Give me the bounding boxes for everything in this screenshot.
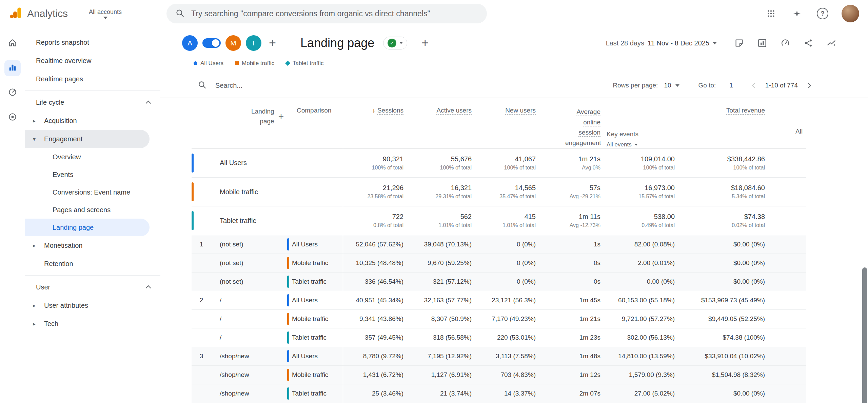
table-rows: 1 (not set) All Users 52,046 (57.62%) 39… (192, 235, 806, 403)
nav-realtime-pages[interactable]: Realtime pages (25, 70, 160, 88)
table-row[interactable]: (not set) Mobile traffic 10,325 (48.48%)… (192, 254, 806, 273)
chevron-down-icon (399, 42, 403, 44)
nav-section-user[interactable]: User (25, 278, 160, 296)
summary-comparison-cell (285, 148, 343, 177)
table-row[interactable]: 2 / All Users 40,951 (45.34%) 32,163 (57… (192, 291, 806, 310)
segment-color-bar (192, 182, 194, 201)
previous-page-button[interactable] (752, 83, 757, 88)
table-row[interactable]: / Mobile traffic 9,341 (43.86%) 8,307 (5… (192, 310, 806, 328)
nav-acquisition[interactable]: ▸ Acquisition (25, 112, 160, 130)
engagement-cell: 0s (542, 273, 607, 291)
nav-engagement-pages-screens[interactable]: Pages and screens (25, 201, 150, 219)
nav-engagement-landing-page[interactable]: Landing page (25, 219, 150, 236)
table-row[interactable]: /shop/new Mobile traffic 1,431 (6.72%) 1… (192, 366, 806, 384)
rail-explore-button[interactable] (4, 85, 21, 101)
global-search[interactable] (166, 4, 487, 23)
sessions-cell: 336 (46.54%) (343, 273, 410, 291)
comparison-toggle[interactable] (202, 38, 221, 48)
segment-label: All Users (220, 159, 247, 167)
account-switcher[interactable]: All accounts (89, 8, 122, 19)
nav-monetisation[interactable]: ▸ Monetisation (25, 236, 160, 255)
column-header-active-users[interactable]: Active users (410, 98, 478, 148)
nav-engagement-events[interactable]: Events (25, 166, 150, 183)
nav-realtime-overview[interactable]: Realtime overview (25, 52, 160, 70)
active-users-cell: 318 (56.58%) (410, 328, 478, 347)
comparison-cell: All Users (285, 291, 343, 309)
column-header-new-users[interactable]: New users (478, 98, 542, 148)
summary-revenue-cell: $18,084.605.34% of total (682, 178, 773, 206)
key-events-filter-dropdown[interactable]: All events (607, 141, 638, 148)
nav-retention[interactable]: Retention (25, 255, 160, 273)
table-search-input[interactable] (215, 82, 385, 89)
rows-per-page-select[interactable]: 10 (664, 82, 679, 89)
chevron-down-icon (103, 17, 107, 19)
nav-engagement-overview[interactable]: Overview (25, 148, 150, 166)
add-comparison-button[interactable]: + (269, 37, 276, 49)
nav-reports-snapshot[interactable]: Reports snapshot (25, 33, 160, 52)
column-header-total-revenue[interactable]: Total revenue (682, 98, 773, 148)
share-icon (804, 38, 813, 48)
nav-section-life-cycle[interactable]: Life cycle (25, 93, 160, 112)
search-icon (198, 80, 206, 90)
vertical-scrollbar[interactable] (862, 267, 867, 403)
edit-comparisons-button[interactable] (756, 37, 768, 49)
column-header-engagement[interactable]: Average online session engagement (542, 98, 607, 148)
help-button[interactable]: ? (816, 7, 829, 20)
table-summary-row[interactable]: Tablet traffic 7220.8% of total 5621.01%… (192, 206, 806, 235)
insights-button[interactable] (825, 37, 837, 49)
active-users-cell: 9,670 (59.25%) (410, 254, 478, 272)
table-search[interactable] (198, 80, 613, 90)
nav-engagement-conversions[interactable]: Conversions: Event name (25, 183, 150, 201)
sessions-cell: 10,325 (48.48%) (343, 254, 410, 272)
global-search-input[interactable] (191, 9, 478, 18)
key-events-cell: 60,153.00 (55.18%) (607, 291, 682, 309)
share-button[interactable] (802, 37, 814, 49)
goto-page-input[interactable]: 1 (726, 80, 736, 91)
customise-report-button[interactable]: + (421, 37, 429, 49)
sessions-cell: 1,431 (6.72%) (343, 366, 410, 384)
column-header-landing-page[interactable]: Landing page + (192, 98, 285, 148)
sessions-cell: 40,951 (45.34%) (343, 291, 410, 309)
table-summary-row[interactable]: All Users 90,321100% of total 55,676100%… (192, 148, 806, 177)
table-summary-row[interactable]: Mobile traffic 21,29623.58% of total 16,… (192, 177, 806, 206)
table-row[interactable]: /shop/new Tablet traffic 25 (3.46%) 21 (… (192, 384, 806, 403)
comparison-chip-tablet[interactable]: T (246, 35, 261, 51)
landing-page-value: /shop/new (220, 371, 249, 379)
rail-reports-button[interactable] (4, 60, 21, 76)
landing-page-cell: /shop/new (192, 384, 285, 403)
revenue-cell: $0.00 (0%) (682, 254, 773, 272)
segment-label: Mobile traffic (292, 315, 328, 323)
user-avatar[interactable] (842, 5, 859, 22)
rail-home-button[interactable] (4, 35, 21, 52)
comparison-chip-mobile[interactable]: M (225, 35, 241, 51)
landing-page-cell: /shop/new (192, 366, 285, 384)
sessions-cell: 25 (3.46%) (343, 384, 410, 403)
gemini-assistant-button[interactable] (790, 7, 804, 20)
column-header-sessions[interactable]: ↓ Sessions (343, 98, 410, 148)
analytics-logo[interactable]: Analytics (9, 5, 68, 22)
summary-engagement-cell: 57sAvg -29.21% (542, 178, 607, 206)
rail-advertising-button[interactable] (4, 109, 21, 126)
notes-button[interactable] (733, 37, 745, 49)
engagement-cell: 1m 23s (542, 328, 607, 347)
segment-color-bar (287, 238, 289, 250)
table-row[interactable]: (not set) Tablet traffic 336 (46.54%) 32… (192, 273, 806, 291)
add-dimension-icon[interactable]: + (278, 112, 284, 148)
table-row[interactable]: 3 /shop/new All Users 8,780 (9.72%) 7,19… (192, 347, 806, 366)
report-status-badge[interactable]: ✓ (383, 37, 407, 49)
engagement-cell: 1m 45s (542, 291, 607, 309)
landing-page-cell: / (192, 328, 285, 347)
table-row[interactable]: / Tablet traffic 357 (49.45%) 318 (56.58… (192, 328, 806, 347)
next-page-button[interactable] (806, 83, 811, 88)
date-range-picker[interactable]: Last 28 days 11 Nov - 8 Dec 2025 (606, 39, 717, 47)
nav-user-attributes[interactable]: ▸ User attributes (25, 296, 160, 315)
google-apps-button[interactable] (764, 7, 778, 20)
nav-engagement[interactable]: ▾ Engagement (25, 130, 150, 148)
sort-descending-icon[interactable]: ↓ (372, 107, 375, 114)
nav-tech[interactable]: ▸ Tech (25, 315, 160, 333)
table-row[interactable]: 1 (not set) All Users 52,046 (57.62%) 39… (192, 235, 806, 254)
comparison-chip-all-users[interactable]: A (182, 35, 198, 51)
engagement-cell: 2m 07s (542, 384, 607, 403)
benchmarking-button[interactable] (779, 37, 791, 49)
column-header-key-events[interactable]: Key events All events (607, 98, 682, 148)
